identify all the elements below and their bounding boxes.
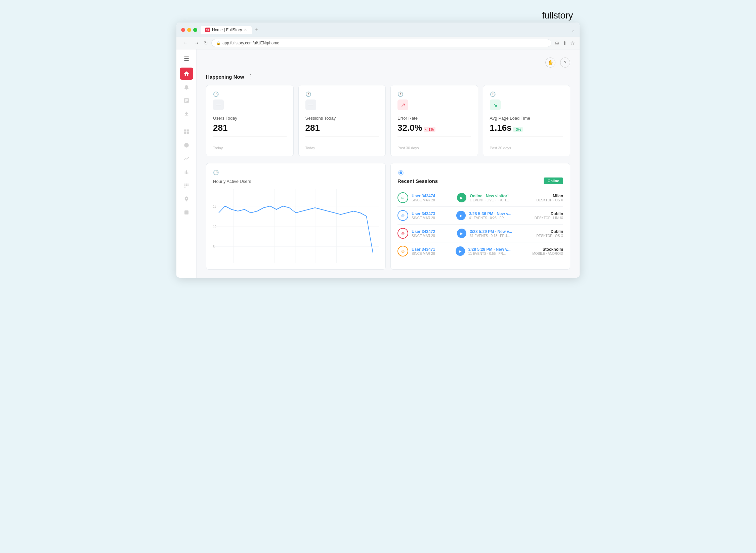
sessions-card: Recent Sessions Online ☺ User 343474 SIN… (390, 163, 570, 270)
session-info: User 343471 SINCE MAR 28 (412, 247, 452, 255)
clock-icon-3: 🕐 (397, 91, 471, 97)
session-device: DESKTOP · LINUX (535, 216, 563, 220)
sidebar-item-heatmaps[interactable] (180, 180, 193, 192)
play-button[interactable]: ▶ (456, 211, 466, 220)
tab-favicon: fs (205, 28, 210, 32)
hamburger-menu-button[interactable]: ☰ (180, 53, 193, 65)
sidebar-item-alerts[interactable] (180, 81, 193, 93)
session-since: SINCE MAR 28 (412, 234, 454, 238)
sidebar-item-crashes[interactable] (180, 206, 193, 219)
main-content: ✋ ? Happening Now ⋮ 🕐 — Users Today 281 … (197, 49, 580, 278)
lock-icon: 🔒 (216, 41, 220, 45)
sidebar-item-clips[interactable] (180, 94, 193, 107)
play-button[interactable]: ▶ (457, 229, 466, 238)
browser-tab[interactable]: fs Home | FullStory ✕ (201, 26, 252, 34)
session-avatar: ☺ (397, 246, 408, 256)
sidebar-item-download[interactable] (180, 108, 193, 120)
stat-period-sessions: Today (305, 139, 379, 150)
forward-button[interactable]: → (193, 39, 201, 47)
sidebar-item-home[interactable] (180, 68, 193, 80)
live-indicator-icon (397, 169, 404, 176)
session-details: 3/28 5:28 PM · New v... 11 EVENTS · 0:55… (468, 247, 529, 255)
stat-label-error: Error Rate (397, 116, 471, 121)
svg-point-0 (184, 143, 189, 148)
stat-value-users: 281 (213, 123, 287, 132)
sidebar-item-trends[interactable] (180, 153, 193, 165)
session-user[interactable]: User 343471 (412, 247, 452, 252)
session-device: DESKTOP · OS X (536, 198, 563, 202)
session-city: Dublin (535, 211, 563, 216)
stat-card-error: 🕐 ↗ Error Rate 32.0%< 1% Past 30 days (390, 85, 478, 156)
sidebar-item-dashboard[interactable] (180, 126, 193, 138)
help-circle-icon[interactable]: ? (560, 57, 570, 68)
stat-value-sessions: 281 (305, 123, 379, 132)
clock-icon: 🕐 (213, 91, 287, 97)
tab-title: Home | FullStory (212, 28, 242, 32)
session-info: User 343474 SINCE MAR 28 (412, 194, 454, 202)
error-rate-badge: < 1% (424, 127, 435, 132)
zoom-icon[interactable]: ⊕ (555, 40, 559, 46)
sidebar-item-funnels[interactable] (180, 139, 193, 151)
trend-icon-up: ↗ (397, 100, 408, 110)
minimize-button[interactable] (187, 28, 191, 32)
bottom-row: 🕐 Hourly Active Users (206, 163, 570, 270)
new-tab-button[interactable]: + (253, 27, 259, 34)
session-device: MOBILE · ANDROID (532, 252, 563, 255)
stats-row: 🕐 — Users Today 281 Today 🕐 — Sessions T… (206, 85, 570, 156)
tab-close-button[interactable]: ✕ (244, 28, 247, 32)
session-meta: 41 EVENTS · 0:23 · FR... (469, 216, 531, 220)
stat-card-sessions: 🕐 — Sessions Today 281 Today (298, 85, 386, 156)
play-button[interactable]: ▶ (457, 193, 466, 202)
back-button[interactable]: ← (181, 39, 189, 47)
stat-period-error: Past 30 days (397, 139, 471, 150)
chart-title: Hourly Active Users (213, 179, 379, 184)
play-button[interactable]: ▶ (456, 246, 465, 256)
session-meta: 31 EVENTS · 0:13 · FRU... (470, 234, 533, 238)
browser-toolbar: ← → ↻ 🔒 app.fullstory.com/ui/1ENq/home ⊕… (176, 37, 580, 49)
bookmark-icon[interactable]: ☆ (570, 40, 575, 46)
session-location: Milan DESKTOP · OS X (536, 194, 563, 202)
session-avatar: ☺ (397, 228, 408, 239)
refresh-button[interactable]: ↻ (204, 40, 208, 46)
svg-text:5: 5 (213, 245, 215, 249)
stat-label-load: Avg Page Load Time (490, 116, 563, 121)
session-since: SINCE MAR 28 (412, 216, 453, 220)
session-user[interactable]: User 343473 (412, 211, 453, 216)
stat-value-load: 1.16s-3% (490, 123, 563, 132)
sessions-title: Recent Sessions (397, 178, 438, 184)
svg-rect-1 (184, 210, 188, 214)
url-text: app.fullstory.com/ui/1ENq/home (222, 41, 279, 45)
share-icon[interactable]: ⬆ (562, 40, 567, 46)
stat-card-users: 🕐 — Users Today 281 Today (206, 85, 294, 156)
session-row: ☺ User 343474 SINCE MAR 28 ▶ Online · Ne… (397, 189, 563, 207)
help-hand-icon[interactable]: ✋ (545, 57, 555, 68)
stat-period-users: Today (213, 139, 287, 150)
session-user[interactable]: User 343474 (412, 194, 454, 198)
svg-text:10: 10 (213, 225, 216, 229)
stat-divider-4 (490, 136, 563, 136)
chart-area: 15 10 5 (213, 189, 379, 263)
app-content: ☰ (176, 49, 580, 278)
session-meta: 11 EVENTS · 0:55 · FR... (468, 252, 529, 255)
section-header: Happening Now ⋮ (206, 73, 570, 80)
trend-icon-neutral: — (213, 100, 224, 110)
section-menu-icon[interactable]: ⋮ (247, 73, 254, 80)
stat-label-users: Users Today (213, 116, 287, 121)
address-bar[interactable]: 🔒 app.fullstory.com/ui/1ENq/home (211, 39, 551, 47)
sidebar-item-journeys[interactable] (180, 193, 193, 205)
brand-header: fullstory (176, 7, 580, 23)
sidebar-divider (181, 123, 192, 123)
browser-window: fs Home | FullStory ✕ + ⌄ ← → ↻ 🔒 app.fu… (176, 23, 580, 278)
stat-card-load: 🕐 ↘ Avg Page Load Time 1.16s-3% Past 30 … (483, 85, 571, 156)
session-location: Dublin DESKTOP · LINUX (535, 211, 563, 220)
session-info: User 343472 SINCE MAR 28 (412, 229, 454, 238)
close-button[interactable] (181, 28, 185, 32)
session-user[interactable]: User 343472 (412, 229, 454, 234)
session-location: Dublin DESKTOP · OS X (536, 229, 563, 238)
chart-card: 🕐 Hourly Active Users (206, 163, 386, 270)
maximize-button[interactable] (193, 28, 197, 32)
chart-clock-icon: 🕐 (213, 170, 219, 175)
sidebar: ☰ (176, 49, 197, 278)
session-since: SINCE MAR 28 (412, 252, 452, 255)
sidebar-item-metrics[interactable] (180, 166, 193, 178)
